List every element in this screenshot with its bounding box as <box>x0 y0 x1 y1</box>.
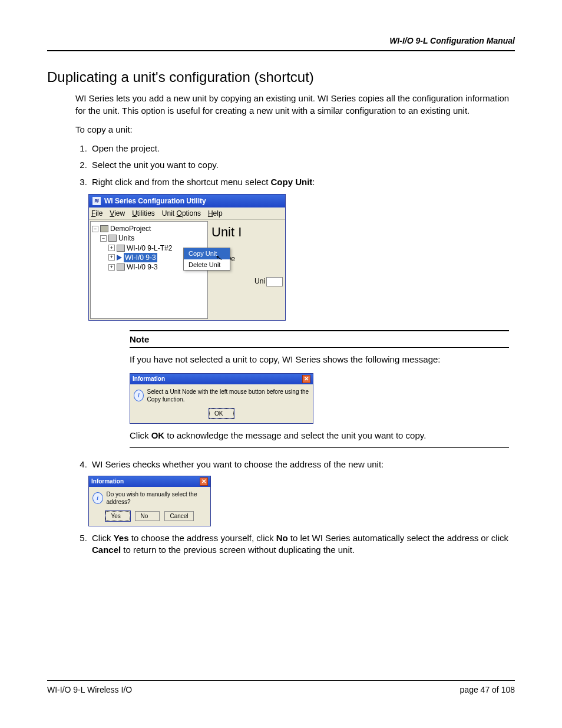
note-after: Click OK to acknowledge the message and … <box>130 430 509 442</box>
s5-d: to return to the previous screen without… <box>121 545 355 555</box>
s5-b: to choose the address yourself, click <box>129 533 276 543</box>
menu-view[interactable]: View <box>110 209 125 218</box>
s5-a: Click <box>92 533 114 543</box>
dlg1-title: Information <box>133 375 165 383</box>
expand-icon[interactable]: + <box>108 254 115 261</box>
header-rule <box>47 50 515 51</box>
step-1: Open the project. <box>90 143 515 154</box>
collapse-icon[interactable]: − <box>92 226 98 232</box>
note-after-a: Click <box>130 430 151 440</box>
collapse-icon[interactable]: − <box>100 235 107 242</box>
footer-page-num: 47 of 108 <box>481 685 515 694</box>
note-after-ok: OK <box>151 430 165 440</box>
s5-c: to let WI Series automatically select th… <box>288 533 508 543</box>
footer-rule <box>47 680 515 681</box>
tree-units-label: Units <box>118 233 134 243</box>
tree-unit-3-label: WI-I/0 9-3 <box>127 262 158 272</box>
unit-icon <box>117 263 125 271</box>
info-dialog-select-address: Information ✕ i Do you wish to manually … <box>88 476 211 527</box>
ok-button[interactable]: OK <box>209 409 234 419</box>
detail-row-2: Uni <box>211 276 283 286</box>
note-block: Note If you have not selected a unit to … <box>130 330 509 448</box>
unit-icon <box>117 245 125 252</box>
menu-help[interactable]: Help <box>208 209 223 218</box>
window-title: WI Series Configuration Utility <box>104 196 206 206</box>
expand-icon[interactable]: + <box>108 264 115 271</box>
footer-right: page 47 of 108 <box>460 684 515 696</box>
note-after-c: to acknowledge the message and select th… <box>164 430 426 440</box>
expand-icon[interactable]: + <box>108 245 115 251</box>
lead-line: To copy a unit: <box>75 124 515 136</box>
units-icon <box>108 235 117 242</box>
page-heading: Duplicating a unit's configuration (shor… <box>47 68 515 87</box>
step-4: WI Series checks whether you want to cho… <box>90 459 515 470</box>
tree-unit-1-label: WI-I/0 9-L-T#2 <box>127 243 172 253</box>
info-icon: i <box>92 492 103 504</box>
info-icon: i <box>134 390 144 401</box>
step-5: Click Yes to choose the address yourself… <box>90 532 515 556</box>
close-icon[interactable]: ✕ <box>200 477 208 486</box>
selected-arrow-icon <box>117 255 122 261</box>
unit-field[interactable] <box>266 277 283 286</box>
dlg2-message: Do you wish to manually select the addre… <box>107 490 207 506</box>
menu-file[interactable]: File <box>91 209 103 218</box>
step-3-text-a: Right click and from the shortcut menu s… <box>92 177 270 187</box>
page-footer: WI-I/O 9-L Wireless I/O page 47 of 108 <box>47 680 515 696</box>
dlg1-message: Select a Unit Node with the left mouse b… <box>147 388 309 404</box>
footer-page-label: page <box>460 685 481 694</box>
note-title: Note <box>130 334 509 348</box>
close-icon[interactable]: ✕ <box>302 375 310 383</box>
s5-cancel: Cancel <box>92 545 121 555</box>
step-3: Right click and from the shortcut menu s… <box>90 176 515 188</box>
step-3-text-c: : <box>312 177 315 187</box>
s5-yes: Yes <box>114 533 129 543</box>
app-window: ≋ WI Series Configuration Utility File V… <box>88 194 286 321</box>
menu-utilities[interactable]: Utilities <box>132 209 155 218</box>
context-menu: Copy Unit Delete Unit <box>183 248 230 271</box>
step-2: Select the unit you want to copy. <box>90 159 515 171</box>
step-3-copy-unit: Copy Unit <box>270 177 312 187</box>
dlg2-title: Information <box>91 477 124 486</box>
project-icon <box>100 225 108 232</box>
menu-unit-options[interactable]: Unit Options <box>162 209 201 218</box>
footer-left: WI-I/O 9-L Wireless I/O <box>47 684 132 696</box>
window-titlebar[interactable]: ≋ WI Series Configuration Utility <box>89 195 285 207</box>
tree-unit-2-label: WI-I/0 9-3 <box>124 253 157 262</box>
tree-root[interactable]: − DemoProject <box>92 224 206 233</box>
yes-button[interactable]: Yes <box>105 511 130 522</box>
tree-units[interactable]: − Units <box>92 233 206 243</box>
menubar: File View Utilities Unit Options Help <box>89 207 285 220</box>
tree-root-label: DemoProject <box>110 224 151 233</box>
doc-header-title: WI-I/O 9-L Configuration Manual <box>47 35 515 47</box>
app-icon: ≋ <box>92 197 101 205</box>
ctx-copy-unit[interactable]: Copy Unit <box>184 248 230 259</box>
s5-no: No <box>276 533 288 543</box>
detail-row-2-label: Uni <box>254 277 265 285</box>
info-dialog-no-selection: Information ✕ i Select a Unit Node with … <box>130 373 313 424</box>
intro-paragraph: WI Series lets you add a new unit by cop… <box>75 93 515 117</box>
detail-heading: Unit I <box>211 223 283 241</box>
no-button[interactable]: No <box>135 511 160 522</box>
note-text: If you have not selected a unit to copy,… <box>130 354 509 365</box>
cancel-button[interactable]: Cancel <box>164 511 193 522</box>
